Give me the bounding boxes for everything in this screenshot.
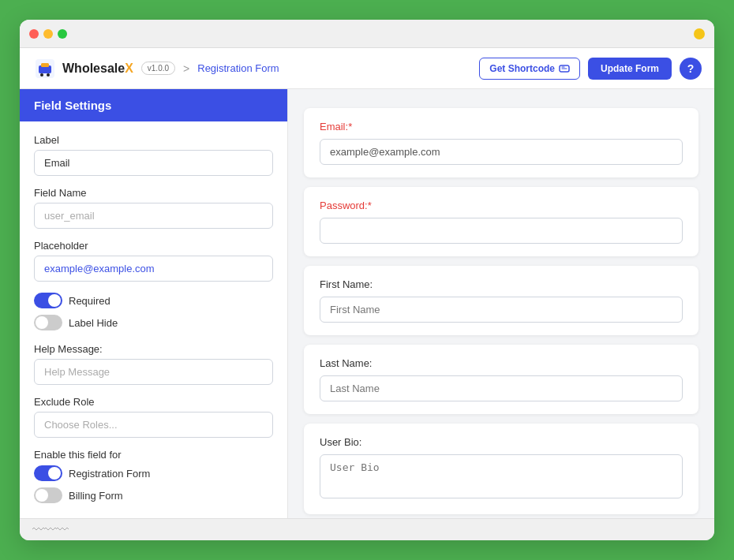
- password-card-label: Password:*: [320, 200, 683, 211]
- notification-dot: [694, 28, 705, 39]
- help-message-label: Help Message:: [34, 343, 273, 355]
- enable-field-label: Enable this field for: [34, 449, 273, 461]
- logo: WholesaleX: [32, 56, 133, 81]
- first-name-card-label: First Name:: [320, 278, 683, 290]
- required-toggle[interactable]: [34, 293, 62, 308]
- email-preview-input[interactable]: [320, 139, 683, 165]
- update-form-button[interactable]: Update Form: [588, 58, 672, 80]
- placeholder-group: Placeholder: [34, 240, 273, 282]
- user-bio-card: User Bio:: [304, 424, 698, 514]
- help-message-input[interactable]: [34, 359, 273, 385]
- exclude-role-group: Exclude Role: [34, 396, 273, 438]
- preview-panel: Email:* Password:* First Name: Last Name…: [288, 89, 714, 518]
- billing-form-toggle[interactable]: [34, 487, 62, 503]
- get-shortcode-button[interactable]: Get Shortcode: [479, 58, 580, 80]
- field-name-input[interactable]: [34, 203, 273, 229]
- first-name-card: First Name:: [304, 266, 698, 335]
- label-input[interactable]: [34, 150, 273, 176]
- breadcrumb-separator: >: [183, 62, 189, 75]
- email-card: Email:*: [304, 108, 698, 177]
- maximize-dot[interactable]: [58, 29, 67, 39]
- field-name-label: Field Name: [34, 187, 273, 199]
- version-badge: v1.0.0: [141, 62, 175, 75]
- label-field-group: Label: [34, 134, 273, 176]
- label-hide-toggle[interactable]: [34, 315, 62, 330]
- close-dot[interactable]: [29, 29, 39, 39]
- first-name-preview-input[interactable]: [320, 297, 683, 323]
- enable-field-for-group: Enable this field for Registration Form …: [34, 449, 273, 505]
- svg-point-4: [47, 73, 50, 77]
- logo-icon: [32, 56, 58, 81]
- label-field-label: Label: [34, 134, 273, 146]
- reg-form-toggle[interactable]: [34, 465, 62, 481]
- help-button[interactable]: ?: [680, 58, 702, 80]
- app-window: WholesaleX v1.0.0 > Registration Form Ge…: [20, 20, 714, 540]
- shortcode-label: Get Shortcode: [489, 63, 555, 74]
- last-name-preview-input[interactable]: [320, 375, 683, 401]
- sidebar-title: Field Settings: [20, 89, 287, 121]
- logo-text: WholesaleX: [62, 62, 133, 76]
- email-card-label: Email:*: [320, 121, 683, 133]
- password-card: Password:*: [304, 187, 698, 256]
- billing-form-toggle-label: Billing Form: [69, 490, 123, 502]
- field-name-group: Field Name: [34, 187, 273, 229]
- reg-form-toggle-label: Registration Form: [69, 468, 150, 480]
- wavy-decoration: 〰〰〰: [32, 523, 68, 537]
- password-preview-input[interactable]: [320, 218, 683, 244]
- last-name-card-label: Last Name:: [320, 357, 683, 369]
- user-bio-preview-input[interactable]: [320, 454, 683, 498]
- exclude-role-label: Exclude Role: [34, 396, 273, 408]
- header: WholesaleX v1.0.0 > Registration Form Ge…: [20, 48, 714, 89]
- svg-rect-2: [41, 63, 49, 67]
- bottom-bar: 〰〰〰: [20, 518, 714, 540]
- placeholder-label: Placeholder: [34, 240, 273, 252]
- required-toggle-row: Required Label Hide: [34, 293, 273, 332]
- exclude-role-input[interactable]: [34, 412, 273, 438]
- sidebar-body: Label Field Name Placeholder: [20, 121, 287, 517]
- main-content: Field Settings Label Field Name Placehol…: [20, 89, 714, 518]
- placeholder-input[interactable]: [34, 256, 273, 282]
- minimize-dot[interactable]: [43, 29, 53, 39]
- required-label: Required: [69, 295, 110, 307]
- shortcode-icon: [559, 63, 570, 74]
- sidebar: Field Settings Label Field Name Placehol…: [20, 89, 288, 518]
- help-message-group: Help Message:: [34, 343, 273, 385]
- last-name-card: Last Name:: [304, 345, 698, 414]
- svg-point-3: [40, 73, 43, 77]
- breadcrumb-page: Registration Form: [197, 62, 279, 74]
- user-bio-card-label: User Bio:: [320, 436, 683, 448]
- label-hide-label: Label Hide: [69, 317, 118, 329]
- titlebar: [20, 20, 714, 48]
